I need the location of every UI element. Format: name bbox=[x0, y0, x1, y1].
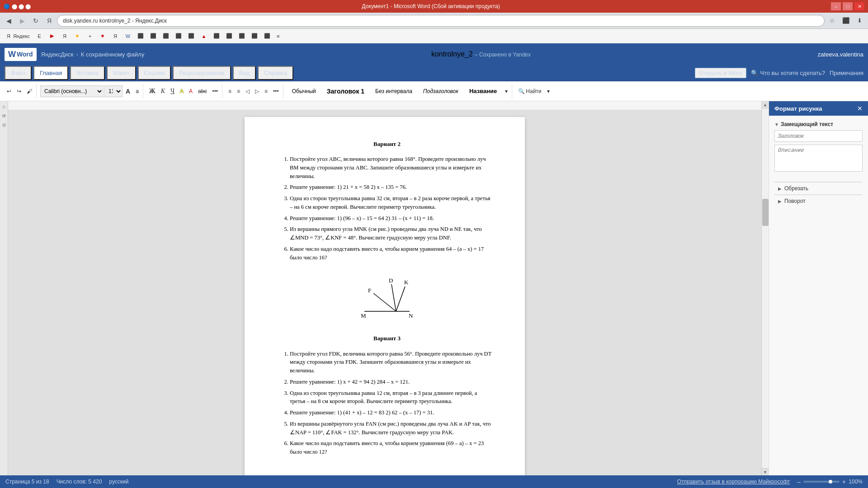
variant-3-tasks: Постройте угол FDK, величина которого ра… bbox=[281, 350, 493, 456]
font-color-button[interactable]: A bbox=[187, 85, 195, 98]
more-paragraph-button[interactable]: ••• bbox=[271, 85, 281, 98]
bookmark-7[interactable]: ★ bbox=[97, 31, 108, 42]
bookmark-19[interactable]: ⬛ bbox=[249, 31, 260, 42]
paragraph-group: ≡ ≡ ◁ ▷ ≡ ••• bbox=[224, 84, 283, 99]
font-size-down-button[interactable]: a bbox=[133, 85, 141, 98]
bookmark-12[interactable]: ⬛ bbox=[160, 31, 172, 42]
bookmark-4[interactable]: Я bbox=[59, 31, 71, 42]
scroll-up-button[interactable]: ▲ bbox=[762, 101, 769, 108]
find-button[interactable]: 🔍 Найти bbox=[516, 85, 543, 98]
minimize-button[interactable]: – bbox=[831, 2, 841, 10]
tab-help[interactable]: Справка bbox=[258, 66, 293, 80]
bookmark-11[interactable]: ⬛ bbox=[147, 31, 159, 42]
style-title-item[interactable]: Название bbox=[464, 85, 502, 97]
find-dropdown-button[interactable]: ▾ bbox=[545, 85, 552, 98]
bold-button[interactable]: Ж bbox=[147, 85, 158, 98]
font-size-up-button[interactable]: A bbox=[123, 85, 132, 98]
extensions-icon[interactable]: ⬛ bbox=[840, 15, 852, 27]
bookmark-20[interactable]: ⬛ bbox=[261, 31, 273, 42]
italic-button[interactable]: К bbox=[159, 85, 167, 98]
task-item: Решите уравнение: 1) (41 + x) – 12 = 83 … bbox=[290, 408, 493, 417]
bookmark-more[interactable]: ≡ bbox=[274, 31, 282, 42]
bookmark-9[interactable]: W bbox=[122, 31, 134, 42]
more-text-format-button[interactable]: ••• bbox=[210, 85, 220, 98]
user-account[interactable]: zateeva.valentina bbox=[818, 51, 863, 58]
undo-redo-group: ↩ ↪ 🖌 bbox=[3, 84, 37, 99]
bookmark-15[interactable]: ▲ bbox=[198, 31, 210, 42]
notes-link[interactable]: Примечания bbox=[830, 70, 863, 76]
bookmark-yandex[interactable]: ЯЯндекс bbox=[3, 31, 33, 42]
underline-button[interactable]: Ч bbox=[168, 85, 177, 98]
indent-increase-button[interactable]: ▷ bbox=[253, 85, 261, 98]
scroll-thumb[interactable] bbox=[762, 199, 769, 226]
breadcrumb-yandexdisk[interactable]: ЯндексДиск bbox=[41, 51, 74, 58]
redo-button[interactable]: ↪ bbox=[14, 85, 24, 98]
left-sidebar-btn2[interactable]: ⟳ bbox=[0, 112, 8, 119]
search-box-area[interactable]: 🔍 Что вы хотите сделать? bbox=[751, 70, 825, 76]
highlight-button[interactable]: A bbox=[178, 85, 186, 98]
font-family-select[interactable]: Calibri (основн...) bbox=[40, 85, 104, 97]
format-painter-button[interactable]: 🖌 bbox=[24, 85, 34, 98]
font-size-select[interactable]: 11 bbox=[104, 85, 123, 97]
document-scrollbar[interactable]: ▲ ▼ bbox=[761, 101, 769, 475]
style-h1-item[interactable]: Заголовок 1 bbox=[322, 85, 369, 97]
zoom-in-button[interactable]: + bbox=[842, 478, 846, 485]
style-normal-item[interactable]: Обычный bbox=[287, 86, 321, 97]
tab-layout[interactable]: Макет bbox=[107, 66, 136, 80]
bookmark-16[interactable]: ⬛ bbox=[211, 31, 222, 42]
tab-references[interactable]: Ссылки bbox=[138, 66, 171, 80]
maximize-button[interactable]: □ bbox=[843, 2, 853, 10]
tab-insert[interactable]: Вставка bbox=[70, 66, 104, 80]
tab-view[interactable]: Вид bbox=[233, 66, 256, 80]
open-in-word-button[interactable]: Открыть в Word bbox=[695, 68, 746, 78]
zoom-slider[interactable] bbox=[803, 481, 840, 483]
alt-text-description-input[interactable] bbox=[774, 145, 863, 172]
numbered-list-button[interactable]: ≡ bbox=[235, 85, 242, 98]
bookmark-5[interactable]: ★ bbox=[71, 31, 83, 42]
bookmark-8[interactable]: Я bbox=[109, 31, 121, 42]
strikethrough-button[interactable]: abc bbox=[196, 85, 209, 98]
refresh-button[interactable]: ↻ bbox=[30, 15, 42, 27]
right-panel-close-button[interactable]: ✕ bbox=[857, 105, 863, 112]
bookmark-18[interactable]: ⬛ bbox=[236, 31, 248, 42]
left-sidebar-btn1[interactable]: ☆ bbox=[0, 103, 8, 110]
bookmark-2[interactable]: E bbox=[33, 31, 45, 42]
bookmark-icon-11: ⬛ bbox=[150, 33, 156, 39]
forward-button[interactable]: ▶ bbox=[16, 15, 28, 27]
bookmark-3[interactable]: ▶ bbox=[46, 31, 58, 42]
bookmark-13[interactable]: ⬛ bbox=[173, 31, 184, 42]
back-button[interactable]: ◀ bbox=[3, 15, 14, 27]
bookmark-17[interactable]: ⬛ bbox=[223, 31, 235, 42]
zoom-out-button[interactable]: – bbox=[797, 478, 801, 485]
document-scroll[interactable]: Вариант 2 Постройте угол ABC, величина к… bbox=[8, 110, 761, 475]
download-icon[interactable]: ⬇ bbox=[854, 15, 865, 27]
undo-button[interactable]: ↩ bbox=[5, 85, 14, 98]
tab-review[interactable]: Рецензирование bbox=[173, 66, 231, 80]
scroll-down-button[interactable]: ▼ bbox=[762, 468, 769, 475]
bookmark-10[interactable]: ⬛ bbox=[135, 31, 146, 42]
crop-section-item[interactable]: ▶ Обрезать bbox=[774, 182, 863, 194]
alt-text-section-title[interactable]: ▼ Замещающий текст bbox=[774, 121, 863, 127]
page-count: Страница 5 из 18 bbox=[5, 479, 49, 485]
alt-text-header-input[interactable] bbox=[774, 130, 863, 142]
style-subtitle-item[interactable]: Подзаголовок bbox=[418, 86, 463, 97]
tab-home[interactable]: Главная bbox=[33, 66, 68, 80]
address-bar[interactable]: disk.yandex.ru kontrolnye_2 - Яндекс.Дис… bbox=[57, 15, 825, 27]
align-button[interactable]: ≡ bbox=[262, 85, 270, 98]
style-dropdown-button[interactable]: ▾ bbox=[503, 85, 510, 98]
feedback-link[interactable]: Отправить отзыв в корпорацию Майкрософт bbox=[677, 479, 790, 485]
close-button[interactable]: ✕ bbox=[854, 2, 864, 10]
title-bar-text: Документ1 - Microsoft Word (Сбой активац… bbox=[31, 3, 831, 9]
bookmark-14[interactable]: ⬛ bbox=[185, 31, 197, 42]
breadcrumb-saved[interactable]: К сохранённому файлу bbox=[81, 51, 144, 58]
bullet-list-button[interactable]: ≡ bbox=[226, 85, 234, 98]
home-button[interactable]: Я bbox=[43, 15, 55, 27]
rotate-label: Поворот bbox=[784, 198, 806, 204]
tab-file[interactable]: Файл bbox=[5, 66, 32, 80]
bookmark-star-icon[interactable]: ☆ bbox=[826, 15, 838, 27]
rotate-section-item[interactable]: ▶ Поворот bbox=[774, 195, 863, 207]
indent-decrease-button[interactable]: ◁ bbox=[243, 85, 252, 98]
style-no-interval-item[interactable]: Без интервала bbox=[370, 86, 417, 97]
bookmark-6[interactable]: + bbox=[84, 31, 96, 42]
left-sidebar-btn3[interactable]: ⊙ bbox=[0, 121, 8, 128]
